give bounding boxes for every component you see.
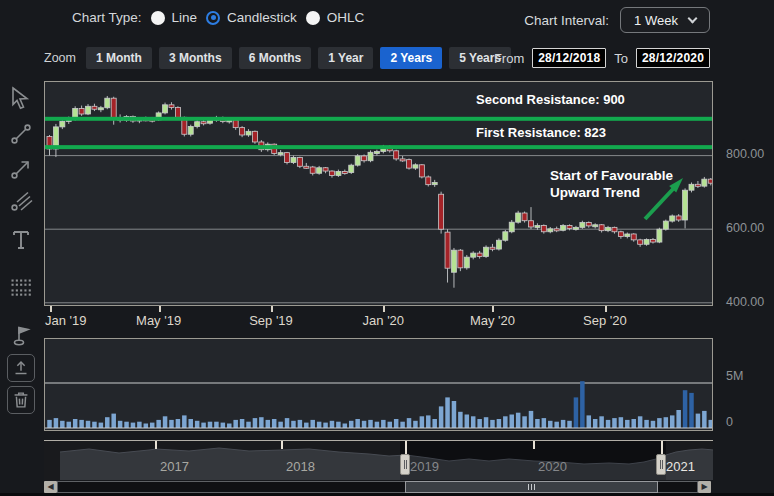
text-tool-icon[interactable] — [7, 226, 35, 254]
x-axis-tick — [605, 306, 607, 312]
interval-value: 1 Week — [634, 13, 678, 28]
trend-line-tool-icon[interactable] — [7, 120, 35, 148]
volume-panel[interactable] — [44, 338, 713, 431]
cursor-tool-icon[interactable] — [7, 84, 35, 112]
x-axis-label: Jan '19 — [45, 313, 87, 328]
radio-candlestick[interactable]: Candlestick — [206, 10, 297, 25]
upload-icon[interactable] — [7, 354, 35, 382]
arrow-line-tool-icon[interactable] — [7, 155, 35, 183]
navigator-year-label: 2021 — [666, 459, 695, 474]
zoom-label: Zoom — [44, 51, 76, 65]
x-axis-label: May '19 — [136, 313, 181, 328]
x-axis-tick — [159, 306, 161, 312]
navigator-left-handle[interactable] — [400, 454, 410, 475]
scroll-left-button[interactable]: ◀ — [44, 481, 57, 493]
navigator-year-tick — [281, 441, 283, 449]
navigator-mask — [44, 441, 400, 480]
x-axis-tick — [50, 306, 52, 312]
x-axis-label: Sep '19 — [249, 313, 293, 328]
zoom-group: Zoom 1 Month 3 Months 6 Months 1 Year 2 … — [44, 47, 511, 69]
charting-app: Chart Type: Line Candlestick OHLC Chart … — [0, 0, 774, 496]
navigator-year-label: 2018 — [286, 459, 315, 474]
first-resistance-label: First Resistance: 823 — [476, 125, 606, 140]
x-axis-tick — [271, 306, 273, 312]
x-axis-tick — [383, 306, 385, 312]
volume-tick-0: 0 — [726, 415, 733, 429]
x-axis-label: Sep '20 — [583, 313, 627, 328]
volume-tick-5m: 5M — [726, 369, 743, 383]
x-axis-label: Jan '20 — [363, 313, 405, 328]
zoom-button-1-year[interactable]: 1 Year — [318, 47, 373, 69]
navigator-year-tick — [155, 441, 157, 449]
radio-candlestick-icon[interactable] — [206, 11, 220, 25]
to-label: To — [614, 51, 628, 66]
radio-line-label: Line — [172, 10, 198, 25]
topbar-row1: Chart Type: Line Candlestick OHLC Chart … — [0, 0, 774, 40]
x-axis-tick — [492, 306, 494, 312]
radio-line-icon[interactable] — [151, 11, 165, 25]
price-tick-400: 400.00 — [726, 295, 764, 309]
date-range-group: From 28/12/2018 To 28/12/2020 — [494, 48, 710, 68]
navigator-year-tick — [533, 441, 535, 449]
chart-type-label: Chart Type: — [72, 10, 142, 25]
scroll-right-button[interactable]: ▶ — [698, 481, 711, 493]
navigator-year-label: 2019 — [410, 459, 439, 474]
radio-ohlc-label: OHLC — [327, 10, 365, 25]
from-label: From — [494, 51, 524, 66]
navigator-right-handle[interactable] — [656, 454, 666, 475]
price-tick-600: 600.00 — [726, 221, 764, 235]
zoom-button-3-months[interactable]: 3 Months — [159, 47, 232, 69]
navigator-year-label: 2020 — [538, 459, 567, 474]
volume-chart — [45, 339, 712, 430]
interval-label: Chart Interval: — [524, 13, 609, 28]
interval-group: Chart Interval: 1 Week — [524, 7, 710, 33]
second-resistance-label: Second Resistance: 900 — [476, 92, 625, 107]
chart-type-group: Chart Type: Line Candlestick OHLC — [72, 10, 364, 25]
dots-grid-tool-icon[interactable] — [7, 274, 35, 302]
price-chart-panel[interactable]: Second Resistance: 900 First Resistance:… — [44, 81, 713, 306]
zoom-button-2-years[interactable]: 2 Years — [380, 47, 442, 69]
navigator-year-tick — [661, 441, 663, 455]
from-date-input[interactable]: 28/12/2018 — [532, 48, 606, 68]
zoom-button-1-month[interactable]: 1 Month — [86, 47, 152, 69]
parallel-lines-tool-icon[interactable] — [7, 188, 35, 216]
radio-line[interactable]: Line — [151, 10, 198, 25]
topbar-row2: Zoom 1 Month 3 Months 6 Months 1 Year 2 … — [0, 40, 774, 74]
navigator-year-label: 2017 — [160, 459, 189, 474]
to-date-input[interactable]: 28/12/2020 — [636, 48, 710, 68]
radio-candlestick-label: Candlestick — [227, 10, 297, 25]
price-tick-800: 800.00 — [726, 147, 764, 161]
scrollbar-thumb[interactable] — [405, 481, 658, 493]
trash-icon[interactable] — [7, 386, 35, 414]
navigator-year-tick — [405, 441, 407, 455]
interval-select[interactable]: 1 Week — [620, 7, 710, 33]
navigator[interactable]: 20172018201920202021 — [44, 441, 713, 480]
radio-ohlc[interactable]: OHLC — [306, 10, 365, 25]
zoom-button-6-months[interactable]: 6 Months — [239, 47, 312, 69]
chevron-down-icon — [687, 13, 697, 23]
x-axis-label: May '20 — [470, 313, 515, 328]
trend-annotation-label: Start of Favourable Upward Trend — [550, 167, 700, 201]
flag-tool-icon[interactable] — [7, 322, 35, 350]
radio-ohlc-icon[interactable] — [306, 11, 320, 25]
